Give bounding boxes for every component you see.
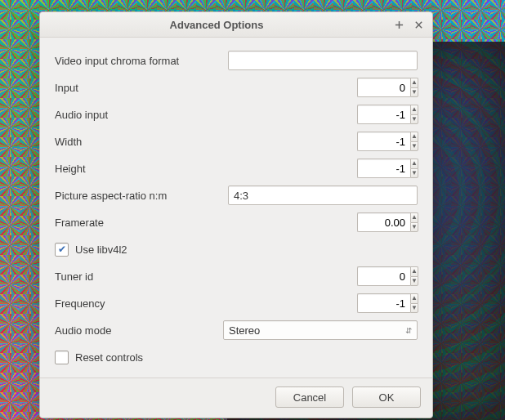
height-stepper[interactable]: ▲ ▼ <box>357 159 418 178</box>
ok-button[interactable]: OK <box>352 386 421 408</box>
audio-input-value[interactable] <box>357 105 410 124</box>
dialog-body: Video input chroma format Input ▲ ▼ Audi… <box>40 38 432 378</box>
close-icon[interactable] <box>411 17 426 32</box>
audio-mode-label: Audio mode <box>55 324 202 337</box>
aspect-label: Picture aspect-ratio n:m <box>55 190 202 202</box>
dialog-footer: Cancel OK <box>40 378 432 418</box>
audio-mode-select[interactable]: Stereo ⇵ <box>223 320 418 340</box>
tuner-id-value[interactable] <box>357 266 410 286</box>
reset-controls-label: Reset controls <box>75 351 143 364</box>
input-label: Input <box>55 82 202 94</box>
input-step-down[interactable]: ▼ <box>410 87 418 98</box>
chroma-input[interactable] <box>228 51 418 70</box>
plus-icon[interactable] <box>391 17 406 32</box>
width-stepper[interactable]: ▲ ▼ <box>357 132 418 151</box>
height-step-down[interactable]: ▼ <box>410 168 418 179</box>
frequency-value[interactable] <box>357 293 410 313</box>
tuner-id-step-down[interactable]: ▼ <box>410 276 418 287</box>
aspect-input[interactable] <box>228 185 418 205</box>
tuner-id-step-up[interactable]: ▲ <box>410 266 418 276</box>
reset-controls-checkbox[interactable] <box>55 351 69 364</box>
input-value[interactable] <box>357 78 410 97</box>
cancel-button[interactable]: Cancel <box>275 386 344 408</box>
chevron-updown-icon: ⇵ <box>405 326 412 335</box>
use-libv4l2-row: Use libv4l2 <box>55 238 418 261</box>
audio-mode-value: Stereo <box>229 324 260 337</box>
use-libv4l2-label: Use libv4l2 <box>75 244 127 256</box>
framerate-label: Framerate <box>55 217 202 229</box>
width-step-up[interactable]: ▲ <box>410 132 418 141</box>
audio-input-step-down[interactable]: ▼ <box>410 114 418 125</box>
height-step-up[interactable]: ▲ <box>410 159 418 168</box>
advanced-options-dialog: Advanced Options Video input chroma form… <box>39 11 433 418</box>
use-libv4l2-checkbox[interactable] <box>55 243 69 257</box>
chroma-label: Video input chroma format <box>55 55 202 67</box>
frequency-stepper[interactable]: ▲ ▼ <box>357 293 418 313</box>
input-stepper[interactable]: ▲ ▼ <box>357 78 418 97</box>
width-value[interactable] <box>357 132 410 151</box>
audio-input-step-up[interactable]: ▲ <box>410 105 418 114</box>
frequency-step-down[interactable]: ▼ <box>410 303 418 314</box>
titlebar: Advanced Options <box>40 12 432 38</box>
window-title: Advanced Options <box>47 19 387 31</box>
framerate-step-down[interactable]: ▼ <box>410 222 418 233</box>
tuner-id-stepper[interactable]: ▲ ▼ <box>357 266 418 286</box>
framerate-step-up[interactable]: ▲ <box>410 212 418 222</box>
frequency-label: Frequency <box>55 297 202 310</box>
audio-input-label: Audio input <box>55 109 202 121</box>
height-label: Height <box>55 163 202 175</box>
tuner-id-label: Tuner id <box>55 270 202 283</box>
audio-input-stepper[interactable]: ▲ ▼ <box>357 105 418 124</box>
height-value[interactable] <box>357 159 410 178</box>
reset-controls-row: Reset controls <box>55 346 418 369</box>
frequency-step-up[interactable]: ▲ <box>410 293 418 303</box>
framerate-value[interactable] <box>357 212 410 232</box>
input-step-up[interactable]: ▲ <box>410 78 418 87</box>
width-label: Width <box>55 136 202 148</box>
framerate-stepper[interactable]: ▲ ▼ <box>357 212 418 232</box>
width-step-down[interactable]: ▼ <box>410 141 418 152</box>
